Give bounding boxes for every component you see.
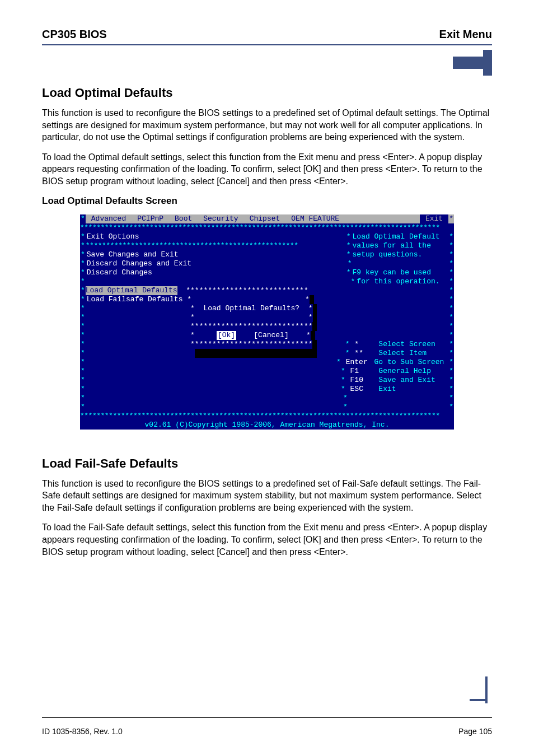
header-rule bbox=[42, 44, 492, 45]
help-line-1: Load Optimal Default bbox=[352, 232, 440, 241]
item-save-exit[interactable]: Save Changes and Exit bbox=[86, 250, 179, 259]
tab-security[interactable]: Security bbox=[198, 214, 243, 223]
bios-menubar: * Advanced PCIPnP Boot Security Chipset … bbox=[80, 214, 454, 223]
bios-copyright: v02.61 (C)Copyright 1985-2006, American … bbox=[80, 421, 454, 430]
item-load-optimal[interactable]: Load Optimal Defaults bbox=[86, 286, 177, 295]
tab-advanced[interactable]: Advanced bbox=[86, 214, 132, 223]
item-load-failsafe[interactable]: Load Failsafe Defaults bbox=[86, 295, 183, 304]
footer-right: Page 105 bbox=[458, 727, 492, 736]
item-discard[interactable]: Discard Changes bbox=[86, 268, 152, 277]
svg-rect-1 bbox=[483, 50, 492, 76]
popup-cancel-button[interactable]: [Cancel] bbox=[254, 331, 288, 340]
nav-select-item: Select Item bbox=[377, 349, 427, 358]
section1-title: Load Optimal Defaults bbox=[42, 86, 492, 100]
header-right: Exit Menu bbox=[439, 28, 492, 41]
help-line-5: F9 key can be used bbox=[352, 268, 431, 277]
footer-left: ID 1035-8356, Rev. 1.0 bbox=[42, 727, 123, 736]
nav-save-exit: Save and Exit bbox=[377, 376, 435, 385]
svg-rect-3 bbox=[470, 699, 488, 701]
tab-oemfeature[interactable]: OEM FEATURE bbox=[285, 214, 345, 223]
section1-para1: This function is used to reconfigure the… bbox=[42, 107, 492, 143]
help-line-3: setup questions. bbox=[352, 250, 423, 259]
svg-rect-0 bbox=[453, 57, 483, 69]
tab-boot[interactable]: Boot bbox=[169, 214, 198, 223]
corner-decoration-bottom bbox=[470, 676, 492, 706]
section2-title: Load Fail-Safe Defaults bbox=[42, 456, 492, 471]
tab-exit[interactable]: Exit bbox=[420, 214, 448, 223]
tab-chipset[interactable]: Chipset bbox=[244, 214, 286, 223]
popup-question: Load Optimal Defaults? bbox=[195, 304, 308, 313]
section2-para1: This function is used to reconfigure the… bbox=[42, 478, 492, 514]
section1-subhead: Load Optimal Defaults Screen bbox=[42, 195, 492, 207]
popup-ok-button[interactable]: [Ok] bbox=[217, 331, 236, 340]
item-discard-exit[interactable]: Discard Changes and Exit bbox=[86, 259, 191, 268]
header-left: CP305 BIOS bbox=[42, 28, 107, 41]
section1-para2: To load the Optimal default settings, se… bbox=[42, 151, 492, 188]
section2-para2: To load the Fail-Safe default settings, … bbox=[42, 521, 492, 558]
help-line-2: values for all the bbox=[352, 241, 431, 250]
nav-exit: Exit bbox=[377, 385, 396, 394]
help-line-6: for this operation. bbox=[355, 277, 439, 286]
nav-general-help: General Help bbox=[377, 367, 431, 376]
nav-go-sub: Go to Sub Screen bbox=[373, 358, 444, 367]
footer-rule bbox=[42, 717, 492, 718]
nav-select-screen: Select Screen bbox=[377, 340, 435, 349]
tab-pcipnp[interactable]: PCIPnP bbox=[132, 214, 169, 223]
corner-decoration-top bbox=[42, 50, 492, 76]
bios-screenshot: * Advanced PCIPnP Boot Security Chipset … bbox=[80, 214, 454, 430]
exit-options-title: Exit Options bbox=[86, 232, 139, 241]
